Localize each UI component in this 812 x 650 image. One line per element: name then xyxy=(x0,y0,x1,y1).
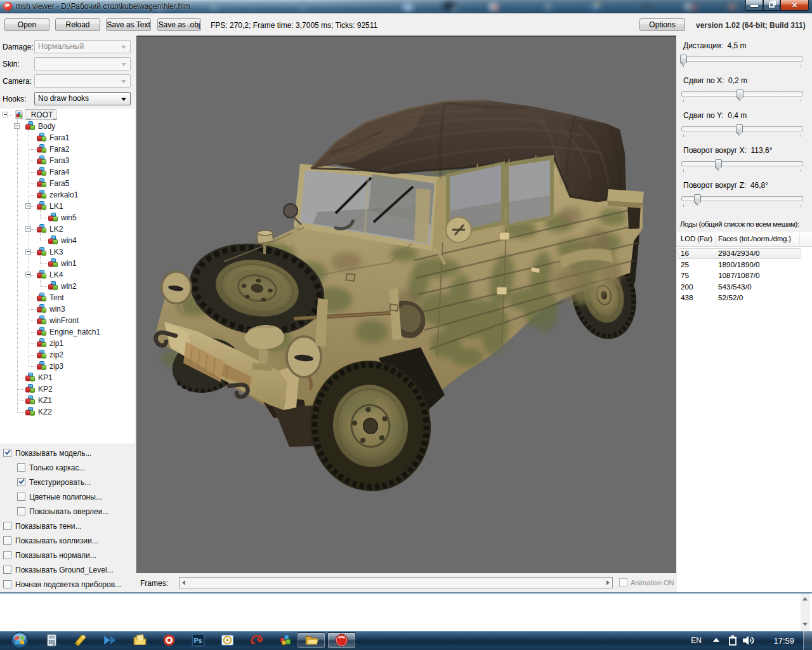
svg-text:Ps: Ps xyxy=(194,637,202,644)
